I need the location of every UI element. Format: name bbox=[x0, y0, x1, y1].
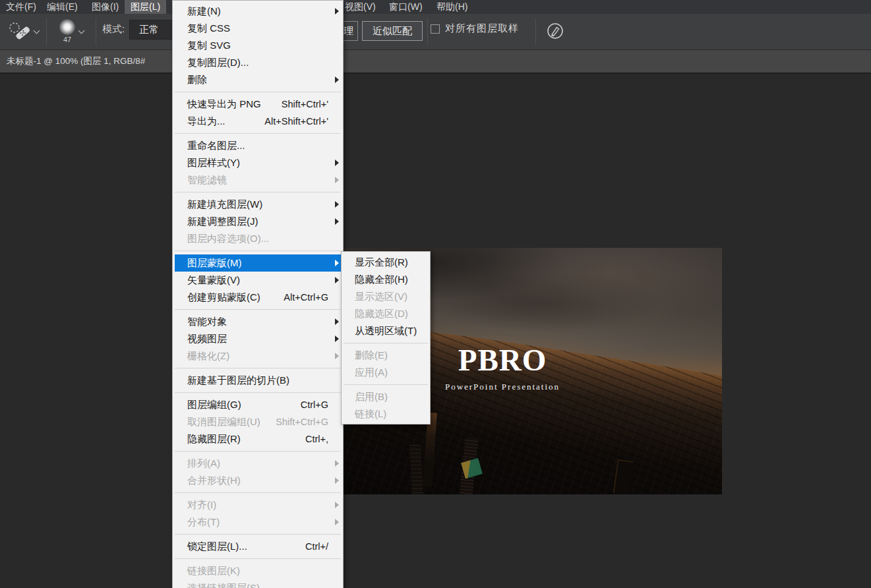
menu-separator bbox=[175, 192, 341, 192]
proximity-match-button[interactable]: 近似匹配 bbox=[362, 21, 423, 41]
menu-item-label: 新建(N) bbox=[187, 5, 221, 18]
menu-item[interactable]: 新建填充图层(W) bbox=[173, 196, 343, 213]
menu-item-label: 创建剪贴蒙版(C) bbox=[187, 291, 260, 304]
submenu-arrow-icon bbox=[335, 177, 339, 183]
menu-item[interactable]: 新建(N) bbox=[173, 3, 343, 20]
menu-item[interactable]: 新建调整图层(J) bbox=[173, 213, 343, 230]
submenu-item: 删除(E) bbox=[342, 347, 430, 364]
menu-separator bbox=[175, 309, 341, 310]
pen-pressure-icon[interactable] bbox=[546, 22, 564, 40]
menu-separator bbox=[175, 534, 341, 535]
menubar-item-label: 文件(F) bbox=[6, 1, 36, 12]
menu-item-label: 排列(A) bbox=[187, 457, 220, 470]
brush-size-value: 47 bbox=[53, 36, 82, 44]
menu-item[interactable]: 重命名图层... bbox=[173, 137, 343, 154]
menu-item-label: 选择链接图层(S) bbox=[187, 582, 260, 588]
menu-item-label: 快速导出为 PNG bbox=[187, 98, 261, 111]
menubar-item[interactable]: 视图(V) bbox=[339, 0, 382, 14]
submenu-arrow-icon bbox=[335, 502, 339, 508]
submenu-arrow-icon bbox=[335, 336, 339, 342]
document-tab-bar: 未标题-1 @ 100% (图层 1, RGB/8# bbox=[0, 50, 871, 74]
menu-item: 分布(T) bbox=[173, 514, 343, 531]
submenu-item-label: 显示选区(V) bbox=[355, 291, 407, 303]
menu-item-shortcut: Alt+Ctrl+G bbox=[284, 292, 336, 303]
submenu-arrow-icon bbox=[335, 260, 339, 266]
submenu-item: 隐藏选区(D) bbox=[342, 305, 430, 322]
slide-subtitle: PowerPoint Presentation bbox=[420, 382, 585, 392]
submenu-arrow-icon bbox=[335, 76, 339, 83]
sample-all-layers-checkbox[interactable] bbox=[431, 24, 440, 34]
menubar-item[interactable]: 图像(I) bbox=[86, 0, 125, 14]
submenu-item: 显示选区(V) bbox=[342, 288, 430, 305]
menu-item-label: 视频图层 bbox=[187, 333, 227, 345]
menu-item[interactable]: 智能对象 bbox=[173, 313, 343, 330]
submenu-arrow-icon bbox=[335, 477, 339, 484]
submenu-item[interactable]: 显示全部(R) bbox=[342, 254, 430, 271]
brush-preset-picker[interactable]: 47 bbox=[53, 18, 82, 47]
menubar-item-label: 窗口(W) bbox=[389, 1, 423, 12]
menu-item: 取消图层编组(U) Shift+Ctrl+G bbox=[173, 413, 343, 430]
menu-separator bbox=[175, 558, 341, 559]
menu-item[interactable]: 复制 CSS bbox=[173, 20, 343, 37]
menu-item[interactable]: 创建剪贴蒙版(C) Alt+Ctrl+G bbox=[173, 289, 343, 306]
menubar-item[interactable]: 帮助(H) bbox=[431, 0, 473, 14]
submenu-arrow-icon bbox=[335, 218, 339, 225]
menu-item-label: 图层样式(Y) bbox=[187, 157, 240, 169]
brush-preview bbox=[59, 19, 75, 35]
submenu-item-label: 从透明区域(T) bbox=[355, 325, 417, 338]
menu-item-shortcut: Alt+Shift+Ctrl+' bbox=[264, 116, 336, 127]
menu-item: 排列(A) bbox=[173, 455, 343, 472]
menu-item-label: 复制图层(D)... bbox=[187, 57, 249, 69]
menubar: 文件(F) 编辑(E) 图像(I) 图层(L) 视图(V) 窗口(W) 帮助(H… bbox=[0, 0, 871, 14]
submenu-arrow-icon bbox=[335, 201, 339, 208]
menu-item[interactable]: 快速导出为 PNG Shift+Ctrl+' bbox=[173, 96, 343, 113]
menu-item-label: 合并形状(H) bbox=[187, 475, 241, 487]
submenu-item[interactable]: 隐藏全部(H) bbox=[342, 271, 430, 288]
menu-item[interactable]: 图层蒙版(M) bbox=[175, 254, 341, 272]
menu-separator bbox=[175, 92, 341, 92]
menu-item[interactable]: 复制 SVG bbox=[173, 37, 343, 54]
separator bbox=[427, 18, 428, 45]
menu-item[interactable]: 复制图层(D)... bbox=[173, 54, 343, 71]
menubar-item-label: 图层(L) bbox=[131, 1, 160, 12]
submenu-item[interactable]: 从透明区域(T) bbox=[342, 322, 430, 339]
menu-item-label: 复制 CSS bbox=[187, 22, 230, 35]
menu-item[interactable]: 矢量蒙版(V) bbox=[173, 272, 343, 289]
menu-item[interactable]: 导出为... Alt+Shift+Ctrl+' bbox=[173, 113, 343, 130]
submenu-item: 链接(L) bbox=[342, 405, 430, 423]
menu-item: 图层内容选项(O)... bbox=[173, 230, 343, 247]
submenu-item: 应用(A) bbox=[342, 364, 430, 381]
menu-separator bbox=[175, 451, 341, 452]
submenu-arrow-icon bbox=[335, 519, 339, 525]
layer-mask-submenu-panel: 显示全部(R) 隐藏全部(H) 显示选区(V) 隐藏选区(D) 从透明区域(T)… bbox=[341, 251, 431, 425]
menu-item-label: 栅格化(Z) bbox=[187, 350, 229, 363]
menu-item-label: 对齐(I) bbox=[187, 499, 216, 512]
menu-item[interactable]: 新建基于图层的切片(B) bbox=[173, 372, 343, 389]
menubar-item[interactable]: 窗口(W) bbox=[383, 0, 429, 14]
menu-item-label: 新建调整图层(J) bbox=[187, 216, 258, 228]
menu-separator bbox=[175, 250, 341, 251]
menu-item[interactable]: 锁定图层(L)... Ctrl+/ bbox=[173, 538, 343, 555]
menubar-item[interactable]: 图层(L) bbox=[125, 0, 166, 14]
menu-item-label: 新建填充图层(W) bbox=[187, 198, 262, 211]
submenu-arrow-icon bbox=[335, 8, 339, 15]
layer-menu-panel: 新建(N) 复制 CSS 复制 SVG 复制图层(D)... 删除 快速导出为 … bbox=[172, 0, 344, 588]
chevron-down-icon[interactable] bbox=[34, 28, 40, 34]
document-tab-title[interactable]: 未标题-1 @ 100% (图层 1, RGB/8# bbox=[7, 50, 145, 73]
menu-item[interactable]: 删除 bbox=[173, 71, 343, 88]
menu-item-shortcut: Shift+Ctrl+G bbox=[276, 417, 336, 427]
menu-item-label: 图层编组(G) bbox=[187, 399, 241, 411]
submenu-item: 启用(B) bbox=[342, 388, 430, 405]
menu-item[interactable]: 图层编组(G) Ctrl+G bbox=[173, 396, 343, 413]
menu-item[interactable]: 隐藏图层(R) Ctrl+, bbox=[173, 430, 343, 448]
menubar-item[interactable]: 文件(F) bbox=[0, 0, 42, 14]
menubar-item[interactable]: 编辑(E) bbox=[41, 0, 84, 14]
menu-item-shortcut: Shift+Ctrl+' bbox=[282, 99, 336, 109]
menu-item-label: 分布(T) bbox=[187, 516, 220, 529]
menu-separator bbox=[344, 384, 428, 385]
menu-item-shortcut: Ctrl+/ bbox=[305, 541, 336, 552]
spot-healing-brush-icon[interactable] bbox=[8, 22, 33, 42]
menu-item[interactable]: 图层样式(Y) bbox=[173, 154, 343, 171]
menu-item[interactable]: 视频图层 bbox=[173, 330, 343, 347]
slide-title: PBRO bbox=[420, 344, 585, 376]
